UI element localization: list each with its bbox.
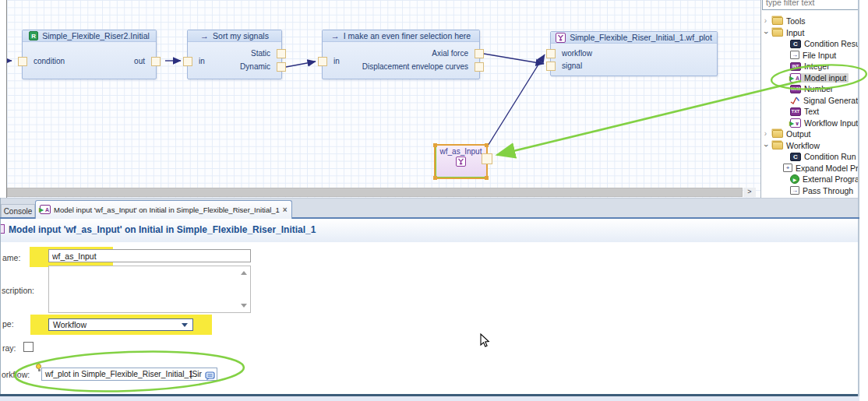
workflow-plot-icon — [456, 157, 466, 167]
tree-item-output[interactable]: ›Output — [761, 128, 859, 140]
arrow-icon: → — [331, 32, 340, 40]
workflow-input-icon: ▶∨ — [790, 118, 801, 128]
tree-item-workflow-input[interactable]: ▶∨Workflow Input — [761, 118, 859, 129]
tree-item-label: Output — [786, 129, 811, 139]
port-label: Displacement envelope curves — [362, 62, 468, 72]
tree-expand-icon[interactable]: › — [762, 130, 769, 138]
port-condition[interactable] — [18, 57, 27, 66]
node-wf-plot[interactable]: Simple_Flexible_Riser_Initial_1.wf_plotw… — [550, 31, 718, 76]
tree-item-workflow[interactable]: ›Workflow — [761, 140, 859, 152]
tab-close-icon[interactable]: × — [283, 206, 288, 214]
properties-title: Model input 'wf_as_Input' on Initial in … — [9, 224, 316, 235]
tree-item-label: Text — [804, 107, 819, 116]
node-sort-my-signals[interactable]: →Sort my signalsinStaticDynamic — [187, 30, 282, 79]
window-right-border — [858, 0, 859, 396]
window-left-border — [0, 198, 1, 394]
port-static[interactable] — [277, 49, 286, 58]
port-label: workflow — [562, 49, 592, 58]
tree-item-label: Expand Model Proper — [796, 164, 859, 173]
node-title: →Sort my signals — [188, 30, 281, 42]
tree-expand-icon[interactable]: › — [762, 142, 770, 149]
tree-item-expand-model-proper[interactable]: +Expand Model Proper — [761, 163, 859, 174]
tree-item-label: External Program — [803, 174, 859, 184]
tree-item-integer[interactable]: INTInteger — [761, 61, 859, 72]
integer-icon: INT — [790, 62, 801, 71]
expand-model-properties-icon: + — [783, 164, 792, 172]
tree-item-label: Input — [786, 28, 804, 37]
description-textarea[interactable] — [48, 266, 251, 313]
tree-item-label: Workflow Input — [804, 118, 858, 128]
type-value: Workflow — [53, 320, 86, 329]
port-signal[interactable] — [546, 62, 556, 71]
external-program-icon: ▶ — [790, 174, 799, 184]
port-label: Static — [251, 49, 270, 58]
type-dropdown[interactable]: Workflow — [48, 318, 193, 331]
model-input-icon: ▶A — [40, 205, 51, 216]
tree-item-label: Model input — [804, 73, 846, 83]
port-in[interactable] — [318, 57, 327, 66]
palette-filter-placeholder: type filter text — [763, 0, 858, 11]
port-axial-force[interactable] — [475, 49, 484, 58]
number-icon: NUM — [790, 85, 801, 93]
node-finer-selection[interactable]: →I make an even finer selection hereinAx… — [322, 30, 480, 79]
file-input-icon: → — [790, 51, 799, 59]
scroll-right-button[interactable]: > — [743, 188, 756, 197]
folder-icon — [772, 17, 783, 25]
node-title: Simple_Flexible_Riser_Initial_1.wf_plot — [551, 32, 717, 44]
model-r-icon: R — [29, 31, 38, 40]
chevron-down-icon — [182, 323, 188, 327]
tree-expand-icon[interactable]: › — [762, 17, 769, 25]
browse-dialog-icon[interactable] — [205, 370, 215, 384]
condition-icon: C — [790, 153, 801, 161]
tree-item-condition-run[interactable]: CCondition Run — [761, 151, 859, 163]
diagram-canvas[interactable]: RSimple_Flexible_Riser2.Initialcondition… — [6, 0, 760, 198]
tree-item-pass-through[interactable]: →Pass Through — [761, 185, 859, 197]
arrow-icon: → — [200, 32, 209, 40]
tree-item-input[interactable]: ›Input — [761, 27, 859, 39]
tree-item-tools[interactable]: ›Tools — [761, 16, 859, 27]
tab-model-input[interactable]: ▶A Model input 'wf_as_Input' on Initial … — [35, 200, 292, 219]
array-checkbox[interactable] — [23, 342, 34, 352]
tree-item-label: Tools — [786, 16, 806, 26]
tree-item-signal-generator[interactable]: Signal Generator — [761, 95, 859, 107]
port-workflow-out[interactable] — [482, 153, 492, 164]
selected-node-label: wf_as_Input — [436, 147, 486, 156]
port-workflow[interactable] — [546, 49, 556, 58]
tree-item-label: Signal Generator — [803, 96, 859, 105]
workflow-editor-window: RSimple_Flexible_Riser2.Initialcondition… — [0, 0, 868, 401]
workflow-label: orkflow: — [2, 370, 30, 379]
name-input[interactable] — [48, 249, 251, 262]
tree-item-label: Condition Result — [804, 39, 859, 48]
folder-icon — [772, 29, 783, 37]
node-riser2-initial[interactable]: RSimple_Flexible_Riser2.Initialcondition… — [22, 30, 157, 79]
port-in[interactable] — [183, 57, 192, 66]
workflow-reference-field[interactable]: wf_plot in Simple_Flexible_Riser_Initial… — [41, 368, 217, 381]
condition-icon: C — [790, 40, 801, 48]
tree-item-label: Pass Through — [803, 186, 853, 195]
folder-icon — [772, 130, 783, 138]
array-label: ray: — [2, 343, 16, 353]
tree-item-model-input[interactable]: ▶AModel input — [761, 72, 859, 84]
tree-item-text[interactable]: TXTText — [761, 106, 859, 118]
node-wf-as-input-selected[interactable]: wf_as_Input — [434, 144, 488, 179]
tree-item-label: Integer — [804, 62, 830, 71]
scroll-up-icon[interactable] — [241, 271, 247, 275]
palette-filter-input[interactable]: type filter text — [762, 0, 859, 10]
port-out[interactable] — [151, 57, 161, 66]
tree-item-label: Workflow — [786, 141, 820, 150]
workflow-plot-icon — [556, 33, 566, 43]
port-displacement-envelope-curves[interactable] — [475, 62, 484, 72]
port-label: condition — [34, 57, 65, 66]
tree-item-external-program[interactable]: ▶External Program — [761, 174, 859, 185]
port-dynamic[interactable] — [277, 62, 286, 72]
port-label: in — [333, 57, 340, 66]
tree-item-file-input[interactable]: →File Input — [761, 50, 859, 62]
workflow-value: wf_plot in Simple_Flexible_Riser_Initial… — [45, 370, 193, 378]
port-label: signal — [562, 62, 582, 71]
canvas-horizontal-scrollbar[interactable] — [7, 188, 743, 197]
tree-item-condition-result[interactable]: CCondition Result — [761, 38, 859, 50]
scroll-down-icon[interactable] — [241, 304, 247, 308]
content-assist-bulb-icon — [36, 364, 41, 369]
tree-item-label: Condition Run — [804, 152, 856, 161]
tree-expand-icon[interactable]: › — [762, 29, 770, 36]
